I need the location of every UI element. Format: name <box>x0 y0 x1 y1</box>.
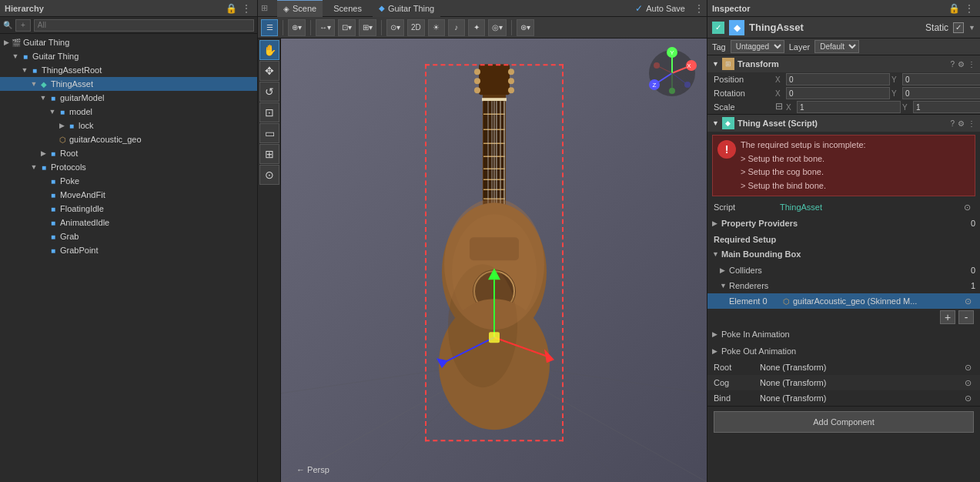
property-providers-row[interactable]: ▶ Property Providers 0 <box>707 215 980 232</box>
add-component-btn[interactable]: Add Component <box>714 411 974 433</box>
tool-scale[interactable]: ⊡ <box>259 102 279 122</box>
position-row: Position X Y Z <box>707 72 980 86</box>
toolbar-gizmos-btn[interactable]: ⊛▾ <box>517 19 534 36</box>
inspector-lock-icon[interactable]: 🔒 <box>948 2 960 15</box>
script-icon: ■ <box>48 217 59 228</box>
position-x-input[interactable] <box>786 73 890 85</box>
cog-link-icon[interactable]: ⊙ <box>962 377 974 389</box>
renderers-label: Renderers <box>729 281 768 290</box>
toolbar-sep-1 <box>283 20 283 35</box>
layer-select[interactable]: Default <box>814 40 859 53</box>
rotation-label: Rotation <box>714 89 775 98</box>
transform-icon: ⊞ <box>722 58 734 70</box>
scale-link-icon[interactable]: ⊟ <box>775 101 783 113</box>
poke-out-label: Poke Out Animation <box>721 346 796 356</box>
add-element-btn[interactable]: + <box>940 310 955 324</box>
renderers-value: 1 <box>971 281 975 290</box>
tool-move[interactable]: ✥ <box>259 61 279 81</box>
tree-item-guitar-acoustic-geo[interactable]: ▶ ⬡ guitarAcoustic_geo <box>0 132 257 146</box>
tool-hand[interactable]: ✋ <box>259 40 279 60</box>
tree-item-poke[interactable]: ▶ ■ Poke <box>0 174 257 188</box>
tree-item-thing-asset[interactable]: ▼ ◆ ThingAsset <box>0 77 257 91</box>
search-type-label[interactable]: + <box>15 19 31 32</box>
transform-more-icon[interactable]: ⋮ <box>968 60 975 69</box>
toolbar-lighting-btn[interactable]: ☀ <box>428 19 445 36</box>
rotation-x-input[interactable] <box>786 87 890 99</box>
tree-item-thing-asset-root[interactable]: ▼ ■ ThingAssetRoot <box>0 63 257 77</box>
static-checkbox[interactable] <box>953 22 964 33</box>
toolbar-hidden-btn[interactable]: ◎▾ <box>488 19 507 36</box>
toolbar-fx-btn[interactable]: ✦ <box>468 19 485 36</box>
scale-y-input[interactable] <box>913 101 980 113</box>
main-bounding-box-row[interactable]: ▼ Main Bounding Box <box>707 246 980 263</box>
tree-arrow: ▼ <box>38 94 48 102</box>
inspector-menu-icon[interactable]: ⋮ <box>963 2 975 15</box>
tree-item-guitar-thing-child[interactable]: ▼ ■ Guitar Thing <box>0 49 257 63</box>
scale-x-input[interactable] <box>797 101 901 113</box>
hierarchy-menu-icon[interactable]: ⋮ <box>240 2 253 15</box>
thing-asset-icon: ◆ <box>38 79 49 89</box>
tree-item-model[interactable]: ▼ ■ model <box>0 105 257 119</box>
toolbar-audio-btn[interactable]: ♪ <box>448 19 465 36</box>
tree-item-lock[interactable]: ▶ ■ lock <box>0 119 257 132</box>
required-setup-label: Required Setup <box>707 232 980 246</box>
renderers-row[interactable]: ▼ Renderers 1 <box>707 278 980 293</box>
poke-out-row[interactable]: ▶ Poke Out Animation <box>707 343 980 360</box>
tool-rotate[interactable]: ↺ <box>259 82 279 102</box>
toolbar-pivot-btn[interactable]: ⊕▾ <box>288 19 306 36</box>
poke-in-row[interactable]: ▶ Poke In Animation <box>707 326 980 343</box>
toolbar-move-btn[interactable]: ☰ <box>261 19 278 36</box>
tool-custom[interactable]: ⊙ <box>259 165 279 185</box>
cube-icon: ■ <box>66 120 77 131</box>
scene-header-menu-icon[interactable]: ⋮ <box>694 3 704 14</box>
tree-item-animated-idle[interactable]: ▶ ■ AnimatedIdle <box>0 216 257 229</box>
tree-item-grab-point[interactable]: ▶ ■ GrabPoint <box>0 243 257 257</box>
toolbar-grid-btn[interactable]: ⊞▾ <box>359 19 376 36</box>
toolbar-transform-btn[interactable]: ↔▾ <box>316 19 335 36</box>
tree-item-grab[interactable]: ▶ ■ Grab <box>0 229 257 243</box>
thing-asset-script-icon: ◆ <box>722 117 734 129</box>
thing-asset-settings-icon[interactable]: ⚙ <box>958 119 965 128</box>
static-dropdown-icon[interactable]: ▼ <box>968 24 975 32</box>
root-link-icon[interactable]: ⊙ <box>962 361 974 373</box>
guitar-thing-tab[interactable]: ◆ Guitar Thing <box>373 0 440 17</box>
prop-providers-label: Property Providers <box>721 219 798 228</box>
active-checkbox[interactable]: ✓ <box>712 22 724 34</box>
search-input[interactable] <box>34 19 254 32</box>
script-link-icon[interactable]: ⊙ <box>960 200 974 214</box>
tree-item-floating-idle[interactable]: ▶ ■ FloatingIdle <box>0 202 257 216</box>
tree-item-guitar-model[interactable]: ▼ ■ guitarModel <box>0 91 257 105</box>
static-label: Static <box>925 22 948 33</box>
tag-select[interactable]: Untagged <box>731 40 784 53</box>
rotation-y-input[interactable] <box>902 87 980 99</box>
svg-text:X: X <box>687 62 691 69</box>
tag-layer-bar: Tag Untagged Layer Default <box>707 38 980 55</box>
remove-element-btn[interactable]: - <box>958 310 974 324</box>
transform-help-btn[interactable]: ? <box>950 60 955 69</box>
thing-asset-more-icon[interactable]: ⋮ <box>968 119 975 128</box>
toolbar-sep-3 <box>381 20 382 35</box>
hierarchy-lock-icon[interactable]: 🔒 <box>225 2 237 15</box>
transform-settings-icon[interactable]: ⚙ <box>958 60 965 69</box>
toolbar-render-btn[interactable]: ⊙▾ <box>386 19 404 36</box>
position-y-input[interactable] <box>902 73 980 85</box>
bounding-box-label: Main Bounding Box <box>721 249 801 259</box>
tree-item-move-and-fit[interactable]: ▶ ■ MoveAndFit <box>0 188 257 202</box>
tool-rect[interactable]: ▭ <box>259 123 279 143</box>
transform-header[interactable]: ▼ ⊞ Transform ? ⚙ ⋮ <box>707 55 980 72</box>
tree-item-guitar-thing-root[interactable]: ▶ 🎬 Guitar Thing <box>0 35 257 49</box>
colliders-row[interactable]: ▶ Colliders 0 <box>707 263 980 278</box>
svg-text:Z: Z <box>653 82 657 89</box>
tree-item-root[interactable]: ▶ ■ Root <box>0 146 257 160</box>
tree-arrow: ▶ <box>57 122 66 129</box>
toolbar-2d-btn[interactable]: 2D <box>407 19 425 36</box>
tree-item-protocols[interactable]: ▼ ■ Protocols <box>0 160 257 174</box>
tab-scene[interactable]: ◈ Scene <box>277 0 323 17</box>
inspector-object-bar: ✓ ◆ ThingAsset Static ▼ <box>707 17 980 38</box>
toolbar-snap-btn[interactable]: ⊡▾ <box>338 19 356 36</box>
bind-link-icon[interactable]: ⊙ <box>962 392 974 404</box>
thing-asset-help-btn[interactable]: ? <box>950 119 955 128</box>
element-0-link-icon[interactable]: ⊙ <box>962 295 974 307</box>
thing-asset-header[interactable]: ▼ ◆ Thing Asset (Script) ? ⚙ ⋮ <box>707 115 980 132</box>
tool-transform[interactable]: ⊞ <box>259 144 279 164</box>
